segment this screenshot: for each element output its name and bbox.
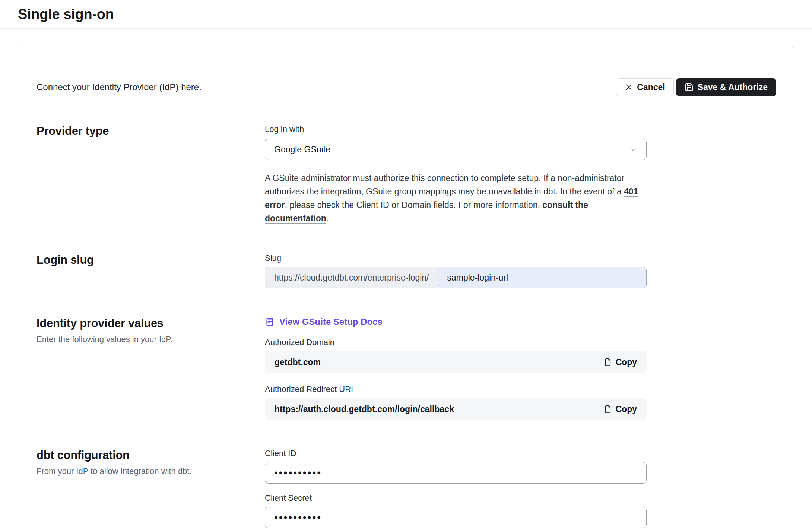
save-authorize-button-label: Save & Authorize	[698, 82, 768, 92]
slug-field-group: https://cloud.getdbt.com/enterprise-logi…	[265, 267, 647, 288]
client-secret-field-block: Client Secret	[265, 493, 647, 528]
view-gsuite-setup-docs-link[interactable]: View GSuite Setup Docs	[265, 317, 383, 327]
page-body: Connect your Identity Provider (IdP) her…	[0, 29, 812, 532]
idp-values-fields: View GSuite Setup Docs Authorized Domain…	[265, 317, 647, 420]
page-title: Single sign-on	[18, 6, 114, 22]
x-icon	[625, 83, 633, 91]
chevron-down-icon	[629, 145, 637, 153]
copy-icon	[603, 405, 612, 414]
authorized-domain-label: Authorized Domain	[265, 338, 647, 347]
description-text-2: , please check the Client ID or Domain f…	[285, 200, 543, 210]
authorized-domain-field: Authorized Domain getdbt.com Copy	[265, 338, 647, 373]
dbt-configuration-section: dbt configuration From your IdP to allow…	[37, 449, 776, 532]
action-buttons: Cancel Save & Authorize	[616, 78, 776, 96]
log-in-with-label: Log in with	[265, 124, 647, 134]
dbt-configuration-subtext: From your IdP to allow integration with …	[37, 466, 265, 476]
copy-button-label: Copy	[616, 404, 637, 414]
dbt-configuration-fields: Client ID Client Secret Google Domain Th…	[265, 449, 647, 532]
intro-text: Connect your Identity Provider (IdP) her…	[37, 82, 202, 92]
login-slug-fields: Slug https://cloud.getdbt.com/enterprise…	[265, 253, 647, 288]
selected-provider-value: Google GSuite	[274, 145, 330, 155]
client-id-label: Client ID	[265, 449, 647, 458]
client-id-field-block: Client ID	[265, 449, 647, 484]
client-id-input[interactable]	[265, 462, 647, 484]
slug-label: Slug	[265, 253, 647, 263]
cancel-button[interactable]: Cancel	[616, 78, 673, 96]
authorized-redirect-uri-field: Authorized Redirect URI https://auth.clo…	[265, 384, 647, 420]
provider-description: A GSuite administrator must authorize th…	[265, 171, 647, 225]
copy-authorized-domain-button[interactable]: Copy	[603, 357, 637, 367]
provider-type-fields: Log in with Google GSuite A GSuite admin…	[265, 124, 647, 225]
idp-values-left: Identity provider values Enter the follo…	[37, 317, 265, 420]
description-text-3: .	[326, 213, 329, 223]
authorized-redirect-uri-label: Authorized Redirect URI	[265, 384, 647, 394]
client-secret-label: Client Secret	[265, 493, 647, 503]
copy-icon	[603, 358, 612, 367]
sso-settings-card: Connect your Identity Provider (IdP) her…	[18, 46, 794, 532]
slug-input[interactable]	[438, 267, 647, 288]
log-in-with-select[interactable]: Google GSuite	[265, 139, 647, 160]
login-slug-heading: Login slug	[37, 253, 265, 267]
idp-values-subtext: Enter the following values in your IdP.	[37, 335, 265, 344]
slug-url-prefix: https://cloud.getdbt.com/enterprise-logi…	[265, 267, 438, 288]
idp-values-section: Identity provider values Enter the follo…	[37, 317, 776, 420]
view-gsuite-setup-docs-label: View GSuite Setup Docs	[279, 317, 383, 327]
notebook-icon	[265, 317, 275, 327]
page-header: Single sign-on	[0, 0, 812, 29]
authorized-domain-box: getdbt.com Copy	[265, 351, 647, 373]
authorized-redirect-uri-value: https://auth.cloud.getdbt.com/login/call…	[275, 404, 454, 414]
copy-redirect-uri-button[interactable]: Copy	[603, 404, 637, 414]
floppy-save-icon	[685, 83, 694, 92]
provider-type-left: Provider type	[37, 124, 265, 225]
provider-type-section: Provider type Log in with Google GSuite …	[37, 124, 776, 225]
description-text-1: A GSuite administrator must authorize th…	[265, 173, 624, 196]
save-authorize-button[interactable]: Save & Authorize	[676, 78, 776, 96]
dbt-configuration-heading: dbt configuration	[37, 449, 265, 462]
provider-type-heading: Provider type	[37, 124, 265, 138]
idp-values-heading: Identity provider values	[37, 317, 265, 330]
card-header-row: Connect your Identity Provider (IdP) her…	[37, 78, 776, 96]
authorized-redirect-uri-box: https://auth.cloud.getdbt.com/login/call…	[265, 398, 647, 420]
dbt-configuration-left: dbt configuration From your IdP to allow…	[37, 449, 265, 532]
copy-button-label: Copy	[616, 357, 637, 367]
cancel-button-label: Cancel	[637, 82, 665, 92]
authorized-domain-value: getdbt.com	[275, 357, 321, 367]
login-slug-section: Login slug Slug https://cloud.getdbt.com…	[37, 253, 776, 288]
client-secret-input[interactable]	[265, 507, 647, 528]
login-slug-left: Login slug	[37, 253, 265, 288]
